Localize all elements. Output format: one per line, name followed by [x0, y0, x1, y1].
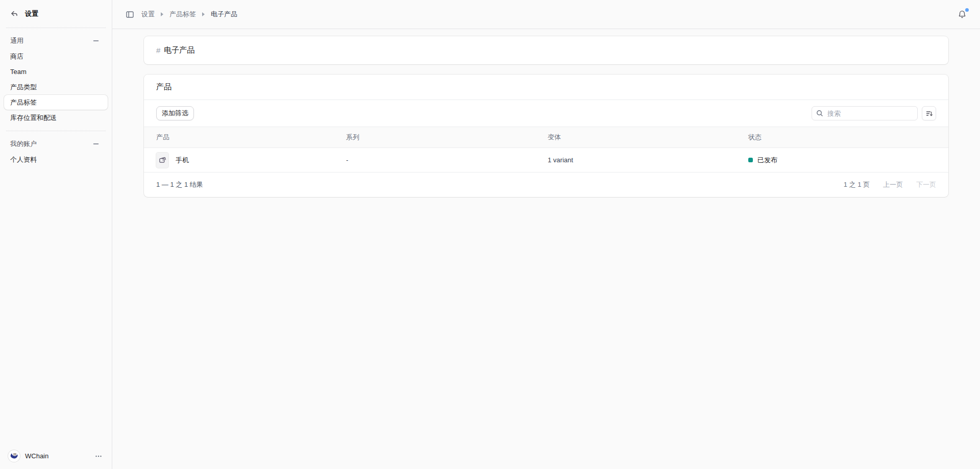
minus-icon[interactable] — [92, 37, 100, 44]
triangle-right-icon — [161, 12, 163, 16]
products-card-title: 产品 — [156, 82, 936, 92]
settings-sidebar: 设置 通用 商店 Team 产品类型 产品标签 库存位置和 — [0, 0, 112, 469]
tag-title-card: # 电子产品 — [144, 36, 948, 64]
status-cell: 已发布 — [748, 156, 936, 165]
sidebar-item-locations-shipping[interactable]: 库存位置和配送 — [4, 110, 108, 125]
breadcrumb-current: 电子产品 — [211, 10, 237, 19]
sidebar-toggle-icon — [126, 10, 134, 19]
search-box — [812, 106, 918, 120]
pagination: 1 之 1 页 上一页 下一页 — [844, 180, 936, 189]
sidebar-item-label: 产品类型 — [10, 83, 37, 92]
variants-cell: 1 variant — [548, 156, 748, 164]
divider — [6, 28, 106, 28]
prev-page-button[interactable]: 上一页 — [883, 180, 903, 189]
sidebar-section-general: 通用 商店 Team 产品类型 产品标签 库存位置和配送 — [0, 32, 112, 127]
breadcrumb-product-tags[interactable]: 产品标签 — [169, 10, 196, 19]
collection-cell: - — [346, 156, 548, 164]
sidebar-item-product-types[interactable]: 产品类型 — [4, 80, 108, 94]
triangle-right-icon — [202, 12, 205, 16]
sidebar-item-label: 产品标签 — [10, 98, 37, 107]
main-area: 设置 产品标签 电子产品 # 电子产品 产品 — [112, 0, 980, 469]
topbar: 设置 产品标签 电子产品 — [112, 0, 980, 29]
minus-icon[interactable] — [92, 140, 100, 147]
section-label: 通用 — [10, 36, 23, 45]
user-menu-button[interactable] — [93, 451, 104, 461]
table-row[interactable]: 手机 - 1 variant 已发布 — [144, 148, 948, 172]
results-count: 1 — 1 之 1 结果 — [156, 180, 203, 189]
breadcrumb: 设置 产品标签 电子产品 — [141, 10, 237, 19]
column-header-collection: 系列 — [346, 127, 548, 147]
notification-dot — [965, 8, 969, 12]
breadcrumb-settings[interactable]: 设置 — [141, 10, 155, 19]
column-header-status: 状态 — [748, 127, 936, 147]
user-name: WChain — [25, 452, 88, 460]
toolbar-right — [812, 106, 936, 120]
sidebar-section-account: 我的账户 个人资料 — [0, 135, 112, 168]
search-input[interactable] — [812, 106, 918, 120]
arrow-uturn-left-icon — [10, 10, 18, 18]
notifications-button[interactable] — [957, 9, 968, 20]
table-footer: 1 — 1 之 1 结果 1 之 1 页 上一页 下一页 — [144, 172, 948, 197]
sidebar-toggle-button[interactable] — [125, 9, 135, 20]
sidebar-item-store[interactable]: 商店 — [4, 49, 108, 64]
sidebar-item-profile[interactable]: 个人资料 — [4, 152, 108, 167]
status-dot — [748, 158, 753, 162]
ellipsis-icon — [94, 452, 103, 460]
section-header-general: 通用 — [0, 33, 112, 48]
product-cell: 手机 — [156, 153, 346, 168]
sidebar-item-product-tags[interactable]: 产品标签 — [4, 95, 108, 110]
products-card-header: 产品 — [144, 75, 948, 100]
sidebar-item-label: 库存位置和配送 — [10, 113, 57, 122]
back-button[interactable] — [10, 10, 18, 18]
section-label: 我的账户 — [10, 139, 37, 149]
user-menu[interactable]: WChain — [4, 447, 108, 465]
divider — [6, 131, 106, 131]
section-header-account: 我的账户 — [0, 136, 112, 152]
page-indicator: 1 之 1 页 — [844, 180, 870, 189]
photo-icon — [159, 156, 166, 164]
sidebar-item-label: 商店 — [10, 52, 23, 61]
sort-button[interactable] — [922, 106, 936, 120]
sidebar-title: 设置 — [25, 9, 38, 18]
column-header-variants: 变体 — [548, 127, 748, 147]
sort-descending-icon — [925, 110, 933, 117]
page-title: 电子产品 — [164, 45, 194, 55]
status-label: 已发布 — [757, 156, 777, 165]
product-thumbnail — [156, 153, 168, 168]
hash-prefix: # — [156, 46, 160, 55]
product-name: 手机 — [176, 156, 189, 165]
add-filter-button[interactable]: 添加筛选 — [156, 106, 194, 120]
next-page-button[interactable]: 下一页 — [916, 180, 936, 189]
table-header-row: 产品 系列 变体 状态 — [144, 127, 948, 148]
products-toolbar: 添加筛选 — [144, 100, 948, 127]
column-header-product: 产品 — [156, 127, 346, 147]
sidebar-top: 设置 通用 商店 Team 产品类型 产品标签 库存位置和 — [0, 5, 112, 168]
content: # 电子产品 产品 添加筛选 — [112, 29, 980, 469]
sidebar-item-label: Team — [10, 68, 27, 76]
sidebar-header: 设置 — [0, 5, 112, 23]
sidebar-item-label: 个人资料 — [10, 155, 37, 164]
avatar — [8, 450, 20, 462]
topbar-left: 设置 产品标签 电子产品 — [125, 9, 237, 20]
products-card: 产品 添加筛选 — [144, 75, 948, 197]
sidebar-item-team[interactable]: Team — [4, 64, 108, 79]
